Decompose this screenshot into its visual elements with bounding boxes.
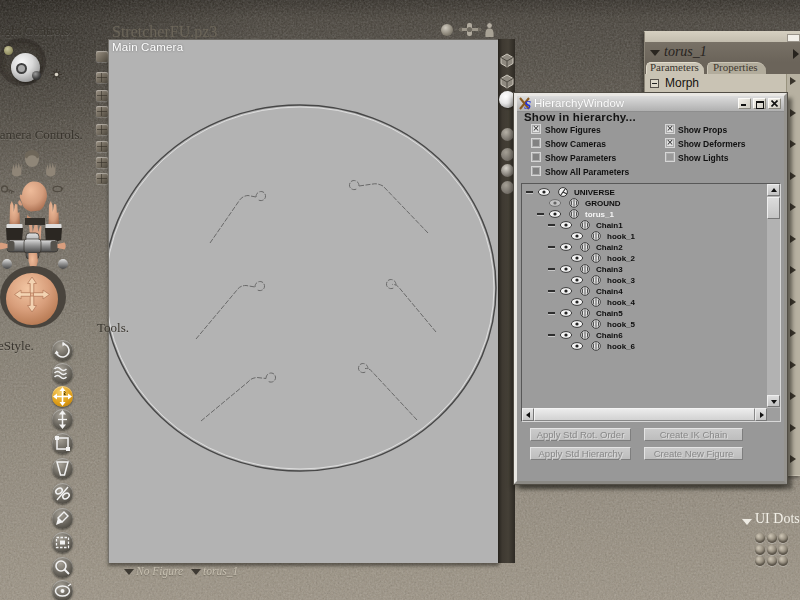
svg-text:S: S (524, 97, 531, 110)
